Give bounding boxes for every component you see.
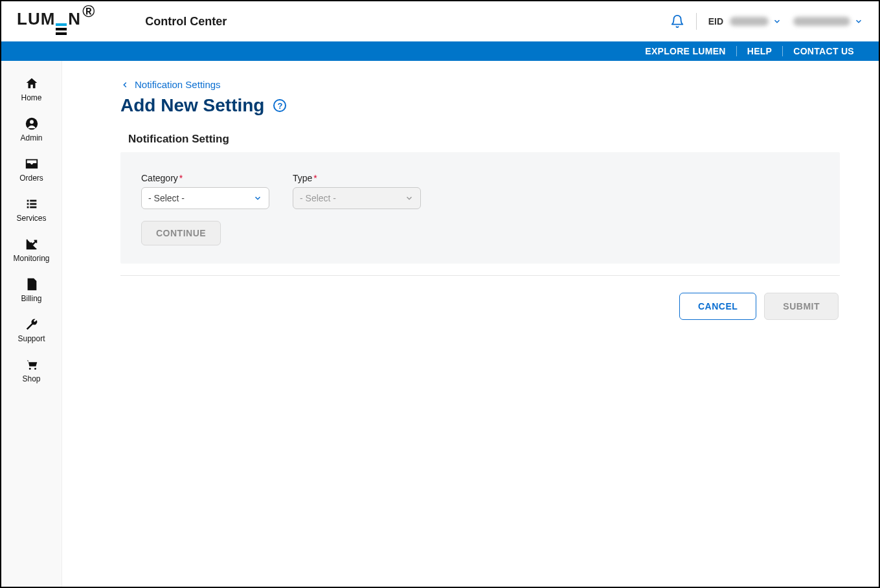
chevron-down-icon	[773, 17, 782, 26]
sidebar-item-admin[interactable]: Admin	[1, 109, 62, 149]
svg-rect-7	[30, 207, 36, 209]
notifications-button[interactable]	[670, 14, 684, 28]
logo-letter: N	[68, 9, 80, 29]
svg-point-10	[34, 368, 36, 370]
logo-letter: U	[28, 9, 40, 29]
svg-text:$≡: $≡	[30, 282, 35, 288]
continue-button: CONTINUE	[141, 221, 221, 245]
chevron-down-icon	[253, 194, 262, 203]
svg-point-9	[28, 368, 30, 370]
breadcrumb[interactable]: Notification Settings	[120, 79, 840, 90]
sidebar-item-services[interactable]: Services	[1, 189, 62, 229]
logo-letter: M	[41, 9, 55, 29]
type-select: - Select -	[293, 187, 421, 209]
sidebar-item-orders[interactable]: Orders	[1, 149, 62, 189]
secondary-nav: EXPLORE LUMEN HELP CONTACT US	[1, 41, 879, 61]
header-right: EID	[670, 13, 863, 30]
page-title-row: Add New Setting ?	[120, 95, 840, 116]
home-icon	[25, 76, 39, 91]
section-divider	[120, 275, 840, 276]
sidebar-item-label: Support	[17, 334, 45, 343]
sidebar-item-support[interactable]: Support	[1, 310, 62, 350]
sidebar-item-label: Billing	[21, 294, 41, 303]
category-field: Category* - Select -	[141, 173, 269, 209]
svg-rect-6	[30, 203, 36, 205]
panel-heading: Notification Setting	[128, 133, 840, 146]
sidebar-item-billing[interactable]: $≡ Billing	[1, 269, 62, 310]
invoice-icon: $≡	[25, 277, 39, 291]
submit-button: SUBMIT	[764, 293, 839, 320]
page-title: Add New Setting	[120, 95, 264, 116]
sidebar-item-shop[interactable]: Shop	[1, 350, 62, 390]
logo-letter: L	[17, 9, 27, 29]
chevron-down-icon	[854, 17, 863, 26]
cart-icon	[25, 357, 39, 372]
nav-contact-us[interactable]: CONTACT US	[782, 46, 864, 56]
nav-help[interactable]: HELP	[736, 46, 783, 56]
sidebar-item-monitoring[interactable]: Monitoring	[1, 229, 62, 269]
logo-e-icon	[56, 23, 67, 35]
type-field: Type* - Select -	[293, 173, 421, 209]
category-select[interactable]: - Select -	[141, 187, 269, 209]
help-icon[interactable]: ?	[273, 99, 286, 112]
type-select-value: - Select -	[300, 193, 336, 203]
chevron-down-icon	[405, 194, 414, 203]
category-select-value: - Select -	[148, 193, 185, 203]
category-label: Category*	[141, 173, 269, 183]
top-header: L U M N ® Control Center EID	[1, 1, 879, 41]
sidebar-item-label: Services	[16, 214, 46, 223]
username-redacted	[793, 17, 850, 26]
required-mark: *	[313, 173, 317, 183]
sidebar: Home Admin Orders Services Monitoring $≡…	[1, 61, 62, 587]
type-label: Type*	[293, 173, 421, 183]
sidebar-item-label: Home	[21, 93, 41, 102]
sidebar-item-label: Admin	[20, 133, 42, 142]
eid-value-redacted	[730, 17, 769, 26]
footer-actions: CANCEL SUBMIT	[120, 293, 840, 320]
inbox-icon	[25, 157, 39, 171]
required-mark: *	[179, 173, 183, 183]
user-dropdown[interactable]	[793, 17, 863, 26]
divider	[696, 13, 697, 30]
eid-dropdown[interactable]: EID	[708, 16, 782, 27]
main-content: Notification Settings Add New Setting ? …	[62, 61, 879, 587]
svg-rect-2	[27, 200, 28, 202]
wrench-icon	[25, 317, 39, 332]
svg-rect-5	[30, 200, 36, 202]
svg-point-1	[30, 120, 34, 124]
nav-explore-lumen[interactable]: EXPLORE LUMEN	[635, 46, 736, 56]
sidebar-item-label: Monitoring	[13, 254, 49, 263]
user-icon	[25, 117, 39, 131]
svg-rect-3	[27, 203, 28, 205]
sidebar-item-label: Orders	[19, 174, 43, 183]
cancel-button[interactable]: CANCEL	[679, 293, 756, 320]
app-title: Control Center	[145, 15, 227, 28]
logo[interactable]: L U M N ®	[17, 9, 93, 34]
chart-line-icon	[25, 237, 39, 251]
list-icon	[25, 197, 39, 211]
registered-mark-icon: ®	[82, 1, 95, 21]
eid-label: EID	[708, 16, 723, 27]
sidebar-item-home[interactable]: Home	[1, 69, 62, 109]
sidebar-item-label: Shop	[22, 374, 40, 383]
chevron-left-icon	[120, 80, 130, 89]
breadcrumb-label: Notification Settings	[135, 79, 221, 90]
svg-rect-4	[27, 207, 28, 209]
bell-icon	[670, 14, 684, 28]
notification-setting-panel: Category* - Select - Type* - Select -	[120, 152, 840, 264]
